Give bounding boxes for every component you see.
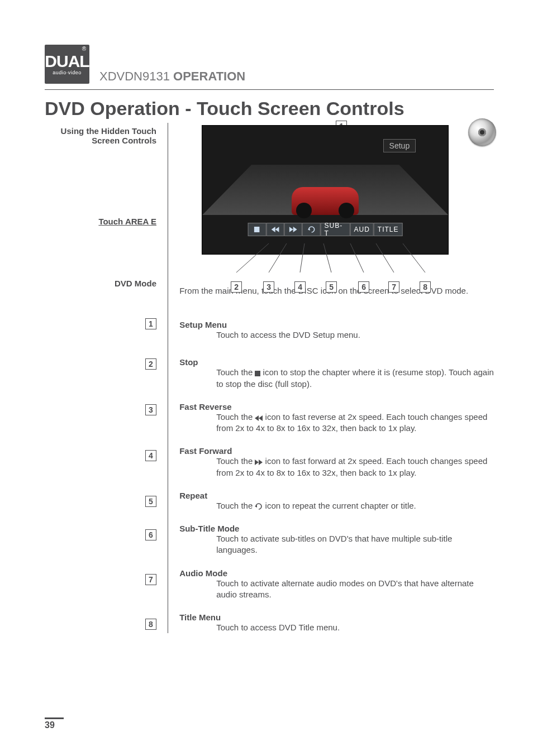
header-rule: [45, 89, 494, 90]
repeat-icon: [255, 503, 263, 510]
item-5-body: Touch the icon to repeat the current cha…: [179, 500, 416, 511]
title-button[interactable]: TITLE: [374, 223, 403, 236]
item-7-title: Audio Mode: [179, 568, 494, 578]
item-6-title: Sub-Title Mode: [179, 524, 494, 533]
section-title: OPERATION: [173, 69, 245, 83]
leader-lines: 2 3 4 5 6 7 8: [202, 255, 448, 280]
item-4-body: Touch the icon to fast forward at 2x spe…: [179, 456, 494, 479]
label-dvd-mode: DVD Mode: [45, 279, 156, 288]
item-8-title: Title Menu: [179, 613, 340, 622]
registered-mark: ®: [82, 46, 86, 52]
page-number: 39: [45, 717, 64, 730]
item-6: Sub-Title Mode Touch to activate sub-tit…: [179, 524, 494, 556]
screen-callout-6: 6: [358, 281, 369, 293]
item-2: Stop Touch the icon to stop the chapter …: [179, 357, 494, 390]
fast-forward-button[interactable]: [284, 223, 302, 236]
item-3: Fast Reverse Touch the icon to fast reve…: [179, 402, 494, 434]
svg-rect-15: [255, 371, 260, 376]
item-3-title: Fast Reverse: [179, 402, 494, 412]
item-8-body: Touch to access DVD Title menu.: [179, 622, 340, 633]
screen-callout-8: 8: [420, 281, 431, 293]
svg-line-13: [376, 243, 394, 272]
svg-marker-6: [293, 227, 297, 232]
setup-button[interactable]: Setup: [383, 139, 416, 152]
left-callout-4: 4: [45, 450, 156, 461]
screen-callout-7: 7: [388, 281, 399, 293]
logo-text: DUAL: [45, 53, 89, 70]
fast-forward-icon: [255, 460, 263, 465]
header: ® DUAL audio·video XDVDN9131 OPERATION: [45, 45, 494, 84]
svg-marker-3: [271, 227, 275, 232]
item-4-title: Fast Forward: [179, 446, 494, 456]
svg-marker-5: [289, 227, 293, 232]
items: Setup Menu Touch to access the DVD Setup…: [179, 320, 494, 633]
item-7-body: Touch to activate alternate audio modes …: [179, 578, 494, 601]
right-column: 1 Setup: [168, 123, 494, 633]
model-number: XDVDN9131: [99, 69, 170, 83]
left-callout-1: 1: [45, 318, 156, 329]
screen-callout-3: 3: [263, 281, 274, 293]
left-callout-3: 3: [45, 404, 156, 415]
page-title: DVD Operation - Touch Screen Controls: [45, 98, 494, 119]
left-callout-6: 6: [45, 529, 156, 540]
left-column: Using the Hidden Touch Screen Controls T…: [45, 123, 168, 633]
label-using-hidden: Using the Hidden Touch Screen Controls: [45, 126, 156, 145]
stop-button[interactable]: [248, 223, 266, 236]
svg-marker-18: [255, 460, 259, 465]
control-bar: SUB-T AUD TITLE: [248, 223, 403, 236]
repeat-button[interactable]: [302, 223, 320, 236]
screen-callout-2: 2: [231, 281, 242, 293]
item-2-body: Touch the icon to stop the chapter where…: [179, 367, 494, 390]
left-callout-5: 5: [45, 496, 156, 507]
item-2-title: Stop: [179, 357, 494, 367]
item-1-title: Setup Menu: [179, 320, 360, 329]
logo-subtext: audio·video: [53, 70, 82, 75]
left-callout-7: 7: [45, 574, 156, 585]
item-1: Setup Menu Touch to access the DVD Setup…: [179, 320, 494, 341]
item-4: Fast Forward Touch the icon to fast forw…: [179, 446, 494, 479]
disc-icon: [468, 118, 496, 146]
label-touch-area-e: Touch AREA E: [45, 217, 156, 226]
header-text: XDVDN9131 OPERATION: [99, 69, 245, 84]
screen-callout-4: 4: [294, 281, 306, 293]
svg-line-9: [269, 243, 287, 272]
svg-marker-4: [275, 227, 279, 232]
item-5-title: Repeat: [179, 491, 416, 500]
svg-marker-16: [255, 415, 259, 421]
item-6-body: Touch to activate sub-titles on DVD's th…: [179, 533, 494, 556]
svg-line-10: [300, 243, 304, 272]
fast-reverse-icon: [255, 415, 263, 421]
fast-reverse-button[interactable]: [266, 223, 284, 236]
item-3-body: Touch the icon to fast reverse at 2x spe…: [179, 412, 494, 434]
svg-marker-17: [259, 415, 263, 421]
item-8: Title Menu Touch to access DVD Title men…: [179, 613, 494, 633]
stop-icon: [255, 371, 260, 376]
svg-line-14: [403, 243, 425, 272]
svg-line-11: [323, 243, 331, 272]
subtitle-button[interactable]: SUB-T: [321, 223, 350, 236]
screen-callout-5: 5: [326, 281, 337, 293]
item-5: Repeat Touch the icon to repeat the curr…: [179, 491, 494, 511]
left-callout-8: 8: [45, 619, 156, 630]
audio-button[interactable]: AUD: [350, 223, 374, 236]
svg-rect-2: [254, 227, 260, 232]
item-1-body: Touch to access the DVD Setup menu.: [179, 329, 360, 341]
page: ® DUAL audio·video XDVDN9131 OPERATION D…: [0, 0, 533, 756]
left-callout-2: 2: [45, 358, 156, 370]
svg-line-12: [350, 243, 364, 272]
brand-logo: ® DUAL audio·video: [45, 45, 89, 84]
screenshot-car: [292, 187, 359, 215]
item-7: Audio Mode Touch to activate alternate a…: [179, 568, 494, 601]
svg-marker-19: [259, 460, 263, 465]
content: Using the Hidden Touch Screen Controls T…: [45, 123, 494, 633]
svg-line-8: [236, 243, 269, 272]
dvd-screenshot: Setup SUB-T AUD TITLE: [202, 125, 449, 255]
